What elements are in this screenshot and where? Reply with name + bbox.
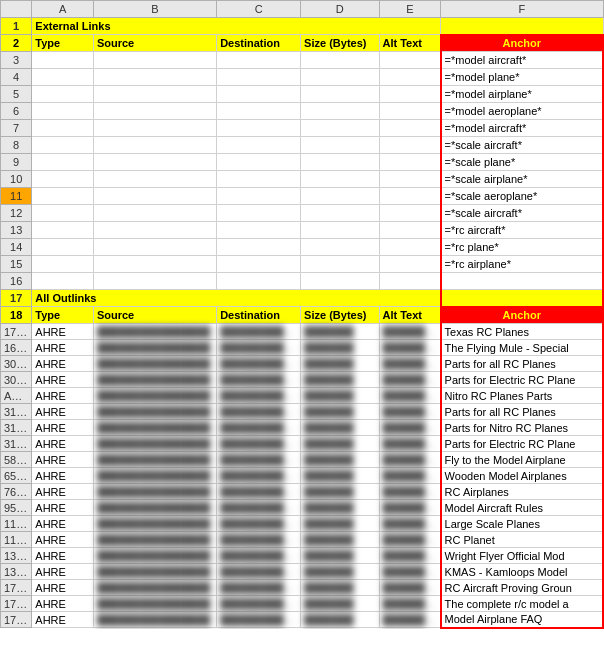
r3-d: [301, 52, 379, 69]
col2-anchor-label: Anchor: [441, 307, 603, 324]
anchor-nitro: Nitro RC Planes Parts: [441, 388, 603, 404]
row-num-3: 3: [1, 52, 32, 69]
data-row-31042: 31042 AHRE ████████████████ ████████████…: [1, 420, 604, 436]
col-d-header[interactable]: D: [301, 1, 379, 18]
corner-cell: [1, 1, 32, 18]
row-13: 13 =*rc aircraft*: [1, 222, 604, 239]
row-3: 3 =*model aircraft*: [1, 52, 604, 69]
col-e-header[interactable]: E: [379, 1, 441, 18]
col-source-label: Source: [93, 35, 216, 52]
row-num-18: 18: [1, 307, 32, 324]
anchor-58967: Fly to the Model Airplane: [441, 452, 603, 468]
row1-f: [441, 18, 603, 35]
col-anchor-label: Anchor: [441, 35, 603, 52]
data-row-76233: 76233 AHRE ████████████████ ████████████…: [1, 484, 604, 500]
data-row-ahre: AHRE AHRE ████████████████ █████████████…: [1, 388, 604, 404]
col-b-header[interactable]: B: [93, 1, 216, 18]
data-row-114481: 114481 AHRE ████████████████ ███████████…: [1, 516, 604, 532]
col2-dest-label: Destination: [217, 307, 301, 324]
data-row-174436: 174436 AHRE ████████████████ ███████████…: [1, 596, 604, 612]
anchor-65128: Wooden Model Airplanes: [441, 468, 603, 484]
col2-source-label: Source: [93, 307, 216, 324]
r3-b: [93, 52, 216, 69]
anchor-r3: =*model aircraft*: [441, 52, 603, 69]
anchor-r13: =*rc aircraft*: [441, 222, 603, 239]
anchor-174434: RC Aircraft Proving Groun: [441, 580, 603, 596]
col-size-label: Size (Bytes): [301, 35, 379, 52]
data-row-16092: 16092 AHRE ████████████████ ████████████…: [1, 340, 604, 356]
row17-f: [441, 290, 603, 307]
row-num-1: 1: [1, 18, 32, 35]
anchor-r4: =*model plane*: [441, 69, 603, 86]
r3-e: [379, 52, 441, 69]
row-9: 9 =*scale plane*: [1, 154, 604, 171]
data-row-58967: 58967 AHRE ████████████████ ████████████…: [1, 452, 604, 468]
data-row-174439: 174439 AHRE ████████████████ ███████████…: [1, 612, 604, 628]
row-17: 17 All Outlinks: [1, 290, 604, 307]
anchor-r7: =*model aircraft*: [441, 120, 603, 137]
anchor-139413: Wright Flyer Official Mod: [441, 548, 603, 564]
data-row-1773: 1773 AHRE ████████████████ ████████████ …: [1, 324, 604, 340]
row-num-11: 11: [1, 188, 32, 205]
anchor-174436: The complete r/c model a: [441, 596, 603, 612]
anchor-r11: =*scale aeroplane*: [441, 188, 603, 205]
anchor-31043: Parts for Electric RC Plane: [441, 436, 603, 452]
col-type-label: Type: [32, 35, 94, 52]
row-18: 18 Type Source Destination Size (Bytes) …: [1, 307, 604, 324]
anchor-r8: =*scale aircraft*: [441, 137, 603, 154]
row-15: 15 =*rc airplane*: [1, 256, 604, 273]
data-row-31041: 31041 AHRE ████████████████ ████████████…: [1, 404, 604, 420]
row-num-2: 2: [1, 35, 32, 52]
data-row-30872: 30872 AHRE ████████████████ ████████████…: [1, 356, 604, 372]
anchor-r12: =*scale aircraft*: [441, 205, 603, 222]
row-14: 14 =*rc plane*: [1, 239, 604, 256]
spreadsheet: A B C D E F 1 External Links 2 Type Sour…: [0, 0, 604, 629]
anchor-174439: Model Airplane FAQ: [441, 612, 603, 628]
col-dest-label: Destination: [217, 35, 301, 52]
row-6: 6 =*model aeroplane*: [1, 103, 604, 120]
anchor-30873: Parts for Electric RC Plane: [441, 372, 603, 388]
data-row-95492: 95492 AHRE ████████████████ ████████████…: [1, 500, 604, 516]
data-row-30873: 30873 AHRE ████████████████ ████████████…: [1, 372, 604, 388]
row-4: 4 =*model plane*: [1, 69, 604, 86]
section2-title: All Outlinks: [32, 290, 441, 307]
data-row-65128: 65128 AHRE ████████████████ ████████████…: [1, 468, 604, 484]
col2-type-label: Type: [32, 307, 94, 324]
row-num-17: 17: [1, 290, 32, 307]
col2-size-label: Size (Bytes): [301, 307, 379, 324]
anchor-r15: =*rc airplane*: [441, 256, 603, 273]
col-a-header[interactable]: A: [32, 1, 94, 18]
col-c-header[interactable]: C: [217, 1, 301, 18]
row-11: 11 =*scale aeroplane*: [1, 188, 604, 205]
anchor-95492: Model Aircraft Rules: [441, 500, 603, 516]
data-row-119197: 119197 AHRE ████████████████ ███████████…: [1, 532, 604, 548]
row-10: 10 =*scale airplane*: [1, 171, 604, 188]
anchor-kmas: KMAS - Kamloops Model: [441, 564, 603, 580]
anchor-r10: =*scale airplane*: [441, 171, 603, 188]
row-8: 8 =*scale aircraft*: [1, 137, 604, 154]
row-5: 5 =*model airplane*: [1, 86, 604, 103]
section1-title: External Links: [32, 18, 441, 35]
row-16: 16: [1, 273, 604, 290]
anchor-30872: Parts for all RC Planes: [441, 356, 603, 372]
data-row-174434: 174434 AHRE ████████████████ ███████████…: [1, 580, 604, 596]
col2-alt-label: Alt Text: [379, 307, 441, 324]
row-1: 1 External Links: [1, 18, 604, 35]
anchor-16092: The Flying Mule - Special: [441, 340, 603, 356]
anchor-31042: Parts for Nitro RC Planes: [441, 420, 603, 436]
anchor-76233: RC Airplanes: [441, 484, 603, 500]
col-f-header[interactable]: F: [441, 1, 603, 18]
anchor-1773: Texas RC Planes: [441, 324, 603, 340]
data-row-31043: 31043 AHRE ████████████████ ████████████…: [1, 436, 604, 452]
row-2: 2 Type Source Destination Size (Bytes) A…: [1, 35, 604, 52]
row-7: 7 =*model aircraft*: [1, 120, 604, 137]
col-alt-label: Alt Text: [379, 35, 441, 52]
anchor-r6: =*model aeroplane*: [441, 103, 603, 120]
anchor-114481: Large Scale Planes: [441, 516, 603, 532]
r3-c: [217, 52, 301, 69]
anchor-r14: =*rc plane*: [441, 239, 603, 256]
data-row-139413: 139413 AHRE ████████████████ ███████████…: [1, 548, 604, 564]
anchor-31041: Parts for all RC Planes: [441, 404, 603, 420]
anchor-119197: RC Planet: [441, 532, 603, 548]
data-row-139413b: 139413 AHRE ████████████████ ███████████…: [1, 564, 604, 580]
